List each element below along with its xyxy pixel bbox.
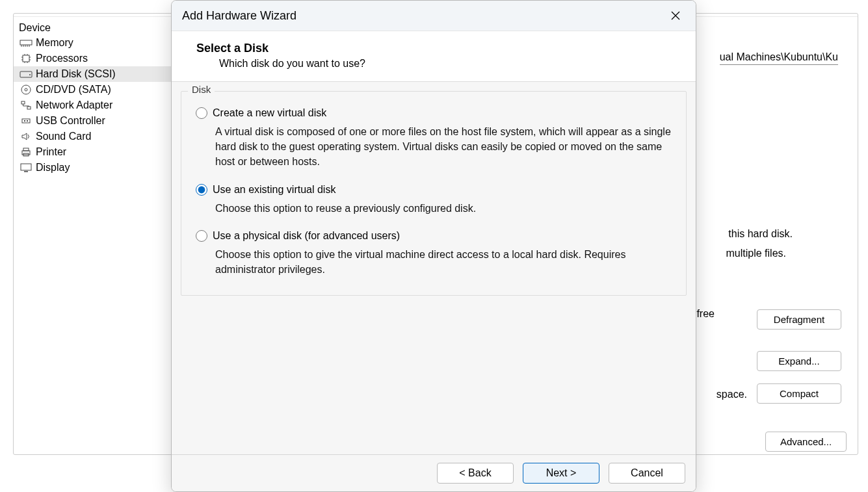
wizard-body: Disk Create a new virtual disk A virtual… (172, 82, 696, 454)
svg-rect-23 (27, 120, 28, 122)
display-icon (19, 162, 33, 174)
svg-rect-6 (23, 55, 29, 62)
usb-icon (19, 115, 33, 127)
wizard-question: Which disk do you want to use? (190, 58, 677, 70)
sidebar-item-label: Display (36, 162, 70, 174)
next-button[interactable]: Next > (523, 463, 599, 484)
printer-icon (19, 146, 33, 158)
sidebar-item-cddvd[interactable]: CD/DVD (SATA) (14, 82, 172, 97)
option-desc: Choose this option to reuse a previously… (196, 201, 672, 216)
disk-path-field[interactable]: ual Machines\Kubuntu\Ku (720, 51, 838, 65)
hint-multiple: multiple files. (726, 248, 786, 259)
wizard-titlebar: Add Hardware Wizard (172, 1, 696, 31)
option-existing: Use an existing virtual disk Choose this… (196, 184, 672, 216)
defragment-button[interactable]: Defragment (757, 309, 841, 330)
disk-group: Disk Create a new virtual disk A virtual… (181, 91, 687, 296)
sidebar-item-network[interactable]: Network Adapter (14, 97, 172, 113)
sidebar-item-label: Sound Card (36, 131, 91, 142)
hint-space: space. (717, 389, 747, 400)
sidebar-header: Device (14, 21, 172, 35)
option-physical: Use a physical disk (for advanced users)… (196, 230, 672, 277)
sidebar-item-label: USB Controller (36, 115, 105, 127)
cpu-icon (19, 53, 33, 64)
harddisk-icon (19, 68, 33, 80)
device-sidebar: Device Memory Processors Hard Disk (SCSI… (14, 17, 172, 454)
sidebar-item-usb[interactable]: USB Controller (14, 113, 172, 129)
radio-physical[interactable] (196, 230, 207, 242)
radio-label[interactable]: Create a new virtual disk (213, 107, 326, 119)
sidebar-item-label: Printer (36, 146, 66, 158)
radio-label[interactable]: Use a physical disk (for advanced users) (213, 230, 400, 242)
close-icon[interactable] (666, 6, 685, 25)
sidebar-item-label: Hard Disk (SCSI) (36, 68, 116, 80)
sound-icon (19, 131, 33, 142)
memory-icon (19, 37, 33, 49)
sidebar-item-processors[interactable]: Processors (14, 51, 172, 66)
svg-point-16 (29, 74, 31, 75)
sidebar-item-label: Memory (36, 37, 73, 49)
compact-button[interactable]: Compact (757, 383, 841, 404)
svg-point-17 (21, 85, 31, 94)
expand-button[interactable]: Expand... (757, 351, 841, 371)
svg-rect-21 (22, 119, 30, 123)
back-button[interactable]: < Back (437, 463, 514, 484)
disc-icon (19, 84, 33, 96)
add-hardware-wizard: Add Hardware Wizard Select a Disk Which … (171, 0, 696, 492)
sidebar-item-label: Processors (36, 53, 88, 64)
hint-free: free (696, 308, 715, 320)
sidebar-item-sound[interactable]: Sound Card (14, 129, 172, 144)
wizard-title-text: Add Hardware Wizard (182, 9, 296, 23)
sidebar-item-memory[interactable]: Memory (14, 35, 172, 51)
svg-rect-20 (27, 107, 31, 109)
svg-rect-25 (23, 148, 29, 151)
sidebar-item-label: CD/DVD (SATA) (36, 84, 111, 96)
sidebar-item-label: Network Adapter (36, 99, 112, 111)
wizard-header: Select a Disk Which disk do you want to … (172, 31, 696, 82)
sidebar-item-display[interactable]: Display (14, 160, 172, 175)
svg-rect-19 (21, 101, 25, 104)
option-create-new: Create a new virtual disk A virtual disk… (196, 107, 672, 170)
svg-rect-22 (24, 120, 25, 122)
network-icon (19, 99, 33, 111)
svg-rect-27 (21, 164, 31, 170)
radio-create-new[interactable] (196, 107, 207, 119)
radio-existing[interactable] (196, 184, 207, 196)
hint-harddisk: this hard disk. (728, 228, 793, 240)
svg-point-18 (25, 88, 27, 91)
radio-label[interactable]: Use an existing virtual disk (213, 184, 335, 196)
wizard-footer: < Back Next > Cancel (172, 454, 696, 491)
group-label: Disk (188, 84, 215, 95)
advanced-button[interactable]: Advanced... (765, 432, 847, 452)
sidebar-item-printer[interactable]: Printer (14, 144, 172, 160)
option-desc: A virtual disk is composed of one or mor… (196, 124, 672, 170)
wizard-heading: Select a Disk (190, 42, 677, 55)
svg-rect-0 (20, 40, 32, 45)
cancel-button[interactable]: Cancel (609, 463, 685, 484)
sidebar-item-harddisk[interactable]: Hard Disk (SCSI) (14, 66, 172, 82)
option-desc: Choose this option to give the virtual m… (196, 247, 672, 277)
